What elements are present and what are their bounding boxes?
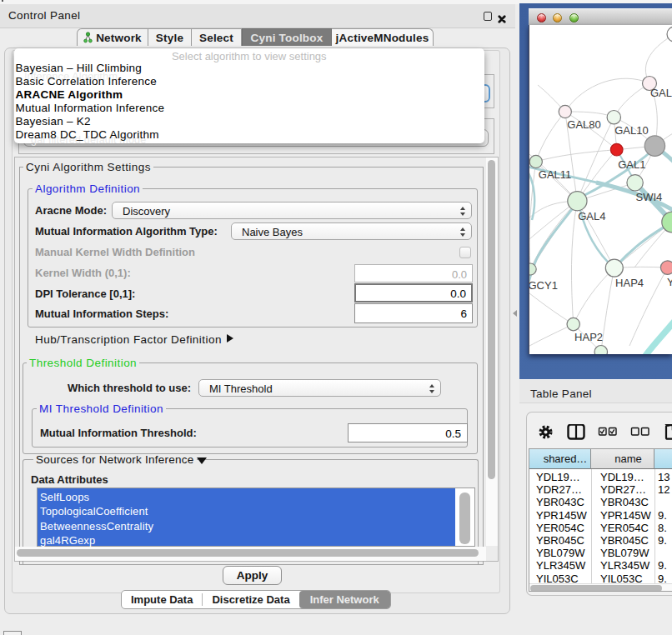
svg-text:Y: Y (667, 276, 672, 288)
svg-text:HAP4: HAP4 (615, 277, 644, 289)
svg-text:GAL80: GAL80 (567, 118, 600, 131)
svg-text:SWI4: SWI4 (636, 191, 663, 203)
svg-text:GAL10: GAL10 (614, 124, 648, 137)
svg-text:GAL11: GAL11 (539, 168, 572, 181)
svg-text:HAP2: HAP2 (574, 331, 603, 343)
svg-text:GAL4: GAL4 (578, 210, 605, 222)
svg-text:GAL2: GAL2 (650, 87, 672, 99)
svg-text:GCY1: GCY1 (529, 279, 558, 292)
svg-text:GAL1: GAL1 (618, 158, 645, 171)
